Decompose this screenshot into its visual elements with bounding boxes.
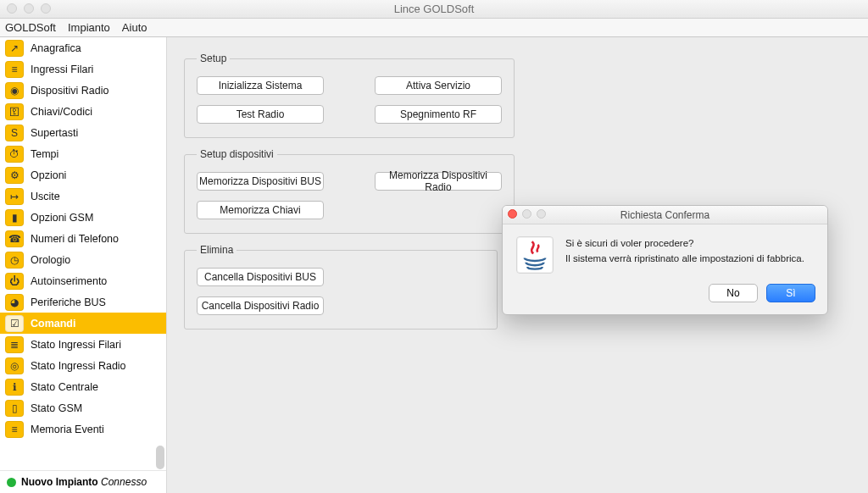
sidebar-item-stato-gsm[interactable]: ▯Stato GSM: [0, 397, 166, 418]
sidebar-item-opzioni[interactable]: ⚙Opzioni: [0, 164, 166, 186]
sidebar-item-tempi[interactable]: ⏱Tempi: [0, 143, 166, 164]
memorizza-chiavi-button[interactable]: Memorizza Chiavi: [197, 201, 324, 219]
sidebar-item-stato-ingressi-radio[interactable]: ◎Stato Ingressi Radio: [0, 355, 166, 376]
sidebar-item-orologio[interactable]: ◷Orologio: [0, 249, 166, 270]
sidebar-item-label: Numeri di Telefono: [31, 233, 119, 245]
checklist-icon: ☑: [5, 315, 24, 332]
clock-icon: ◷: [5, 252, 24, 269]
wires-status-icon: ≣: [5, 336, 24, 353]
menu-goldsoft[interactable]: GOLDSoft: [5, 21, 56, 34]
zoom-icon[interactable]: [41, 3, 51, 14]
group-legend: Setup: [197, 53, 230, 64]
sidebar-item-label: Opzioni GSM: [31, 212, 93, 224]
plant-name: Nuovo Impianto: [21, 476, 98, 488]
memorizza-dispositivi-bus-button[interactable]: Memorizza Dispositivi BUS: [197, 172, 324, 191]
java-icon: [516, 236, 554, 274]
dial-icon: ◕: [5, 294, 24, 311]
sidebar-item-autoinserimento[interactable]: ⏻Autoinserimento: [0, 270, 166, 291]
inizializza-sistema-button[interactable]: Inizializza Sistema: [197, 76, 324, 95]
group-legend: Setup dispositivi: [197, 148, 277, 160]
sidebar-item-label: Stato Centrale: [31, 381, 98, 393]
sidebar-item-label: Stato GSM: [31, 402, 82, 414]
wifi-status-icon: ◎: [5, 357, 24, 374]
sidebar-item-numeri-di-telefono[interactable]: ☎Numeri di Telefono: [0, 228, 166, 249]
route-icon: ↗︎: [5, 40, 24, 57]
dialog-yes-button[interactable]: Sì: [766, 284, 815, 302]
sidebar: ↗︎Anagrafica≡Ingressi Filari◉Dispositivi…: [0, 37, 167, 493]
dialog-close-icon[interactable]: [508, 209, 517, 219]
sidebar-item-label: Memoria Eventi: [31, 424, 104, 435]
dialog-title: Richiesta Conferma: [503, 209, 827, 221]
dialog-no-button[interactable]: No: [709, 284, 758, 302]
dialog-minimize-icon: [522, 209, 531, 219]
group-legend: Elimina: [197, 244, 236, 256]
sidebar-item-label: Uscite: [31, 191, 60, 202]
connection-dot-icon: [7, 478, 16, 487]
dialog-message: Si è sicuri di voler procedere? Il siste…: [565, 236, 804, 274]
close-icon[interactable]: [7, 3, 17, 14]
window-titlebar: Lince GOLDSoft: [0, 0, 868, 19]
traffic-lights: [7, 3, 51, 14]
sidebar-item-uscite[interactable]: ↦Uscite: [0, 186, 166, 207]
wifi-icon: ◉: [5, 82, 24, 99]
sidebar-item-label: Anagrafica: [31, 42, 81, 54]
group-setup-dispositivi: Setup dispositiviMemorizza Dispositivi B…: [184, 148, 515, 234]
log-icon: ≡: [5, 421, 24, 438]
sidebar-item-label: Tempi: [31, 148, 58, 160]
sidebar-footer: Nuovo Impianto Connesso: [0, 470, 166, 493]
sidebar-item-label: Supertasti: [31, 127, 78, 139]
cancella-dispositivi-radio-button[interactable]: Cancella Dispositivi Radio: [197, 296, 324, 315]
sidebar-item-stato-ingressi-filari[interactable]: ≣Stato Ingressi Filari: [0, 334, 166, 355]
sidebar-item-ingressi-filari[interactable]: ≡Ingressi Filari: [0, 58, 166, 80]
sidebar-item-anagrafica[interactable]: ↗︎Anagrafica: [0, 37, 166, 58]
bars-icon: ▮: [5, 209, 24, 226]
wires-icon: ≡: [5, 61, 24, 78]
dialog-line1: Si è sicuri di voler procedere?: [565, 236, 804, 252]
keys-icon: S: [5, 125, 24, 141]
confirm-dialog: Richiesta Conferma Si è sicuri di voler …: [502, 205, 828, 315]
sidebar-item-stato-centrale[interactable]: ℹStato Centrale: [0, 376, 166, 397]
sidebar-item-label: Comandi: [31, 318, 75, 330]
sidebar-item-label: Periferiche BUS: [31, 296, 106, 308]
minimize-icon[interactable]: [24, 3, 34, 14]
bars-status-icon: ▯: [5, 400, 24, 417]
sidebar-scrollbar[interactable]: [156, 446, 164, 469]
attiva-servizio-button[interactable]: Attiva Servizio: [375, 76, 502, 95]
key-icon: ⚿: [5, 103, 24, 120]
connection-status: Connesso: [101, 476, 147, 488]
sidebar-item-label: Stato Ingressi Radio: [31, 360, 126, 372]
group-setup: SetupInizializza SistemaAttiva ServizioT…: [184, 53, 515, 138]
sidebar-item-opzioni-gsm[interactable]: ▮Opzioni GSM: [0, 207, 166, 228]
stopwatch-icon: ⏱: [5, 146, 24, 163]
sidebar-item-label: Opzioni: [31, 169, 66, 181]
phonebook-icon: ☎: [5, 230, 24, 247]
content-pane: SetupInizializza SistemaAttiva ServizioT…: [167, 37, 868, 493]
menu-impianto[interactable]: Impianto: [68, 21, 110, 34]
output-icon: ↦: [5, 188, 24, 205]
sidebar-item-label: Dispositivi Radio: [31, 85, 108, 97]
spegnimento-rf-button[interactable]: Spegnimento RF: [375, 105, 502, 124]
group-elimina: EliminaCancella Dispositivi BUSCancella …: [184, 244, 498, 330]
sidebar-item-label: Orologio: [31, 254, 70, 266]
sidebar-item-periferiche-bus[interactable]: ◕Periferiche BUS: [0, 291, 166, 313]
power-icon: ⏻: [5, 273, 24, 290]
dialog-zoom-icon: [537, 209, 546, 219]
dialog-titlebar: Richiesta Conferma: [503, 206, 827, 224]
test-radio-button[interactable]: Test Radio: [197, 105, 324, 124]
sidebar-item-chiavi-codici[interactable]: ⚿Chiavi/Codici: [0, 101, 166, 122]
sidebar-item-label: Stato Ingressi Filari: [31, 339, 121, 351]
menu-bar: GOLDSoft Impianto Aiuto: [0, 19, 868, 37]
info-icon: ℹ: [5, 379, 24, 396]
sidebar-item-label: Ingressi Filari: [31, 64, 93, 75]
menu-aiuto[interactable]: Aiuto: [122, 21, 147, 34]
window-title: Lince GOLDSoft: [0, 3, 868, 15]
sidebar-item-label: Autoinserimento: [31, 275, 107, 287]
sidebar-item-comandi[interactable]: ☑Comandi: [0, 313, 166, 334]
sidebar-item-memoria-eventi[interactable]: ≡Memoria Eventi: [0, 418, 166, 440]
memorizza-dispositivi-radio-button[interactable]: Memorizza Dispositivi Radio: [375, 172, 502, 191]
gears-icon: ⚙: [5, 167, 24, 184]
sidebar-item-supertasti[interactable]: SSupertasti: [0, 122, 166, 143]
sidebar-item-dispositivi-radio[interactable]: ◉Dispositivi Radio: [0, 80, 166, 101]
sidebar-item-label: Chiavi/Codici: [31, 106, 92, 118]
cancella-dispositivi-bus-button[interactable]: Cancella Dispositivi BUS: [197, 268, 324, 286]
